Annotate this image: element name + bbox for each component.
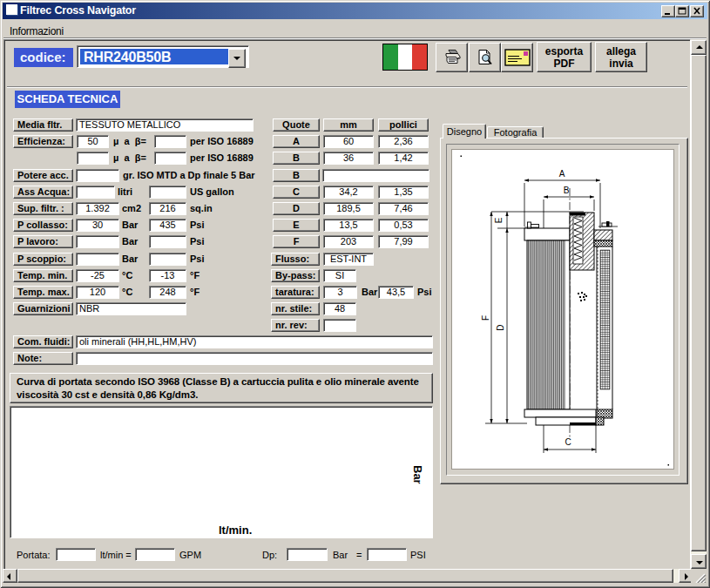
svg-text:E: E bbox=[494, 217, 504, 223]
svg-text:A: A bbox=[559, 169, 565, 179]
svg-text:C: C bbox=[565, 437, 571, 447]
svg-text:B: B bbox=[564, 186, 570, 195]
svg-text:F: F bbox=[481, 315, 490, 321]
svg-text:D: D bbox=[496, 324, 505, 330]
